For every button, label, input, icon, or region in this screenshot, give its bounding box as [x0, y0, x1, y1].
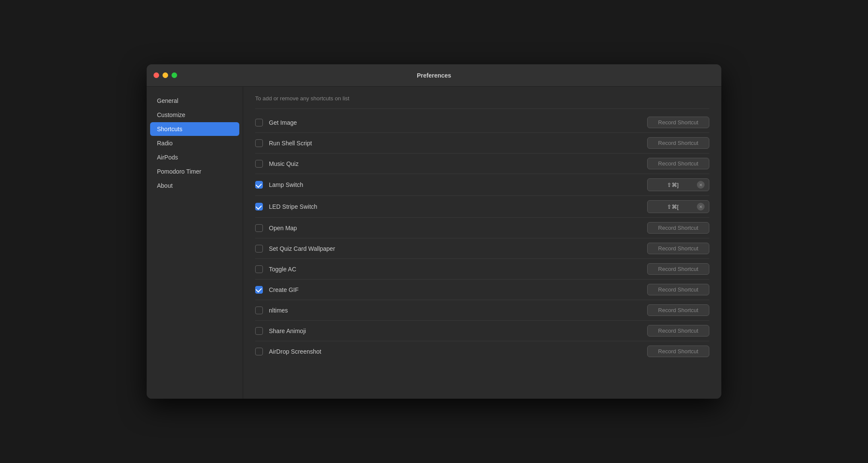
shortcut-row: Open MapRecord Shortcut [255, 218, 709, 238]
checkbox-nltimes[interactable] [255, 307, 263, 314]
record-shortcut-button-airdrop-screenshot[interactable]: Record Shortcut [647, 346, 709, 357]
preferences-window: Preferences GeneralCustomizeShortcutsRad… [147, 64, 721, 399]
shortcut-row: Get ImageRecord Shortcut [255, 112, 709, 133]
sidebar-item-radio[interactable]: Radio [150, 136, 239, 150]
record-shortcut-button-share-animoji[interactable]: Record Shortcut [647, 325, 709, 337]
sidebar-item-customize[interactable]: Customize [150, 108, 239, 122]
titlebar: Preferences [147, 64, 721, 87]
record-shortcut-button-open-map[interactable]: Record Shortcut [647, 222, 709, 234]
shortcut-row: Lamp Switch⇧⌘] [255, 174, 709, 196]
shortcut-display-led-stripe-switch[interactable]: ⇧⌘[ [647, 200, 709, 213]
shortcut-display-lamp-switch[interactable]: ⇧⌘] [647, 178, 709, 191]
shortcut-keys-lamp-switch: ⇧⌘] [652, 182, 693, 188]
shortcut-row: Create GIFRecord Shortcut [255, 280, 709, 300]
shortcut-name-run-shell-script: Run Shell Script [269, 140, 641, 147]
shortcut-name-lamp-switch: Lamp Switch [269, 181, 641, 188]
record-shortcut-button-nltimes[interactable]: Record Shortcut [647, 304, 709, 316]
checkbox-run-shell-script[interactable] [255, 139, 263, 147]
shortcut-row: Music QuizRecord Shortcut [255, 153, 709, 174]
checkbox-get-image[interactable] [255, 119, 263, 126]
shortcut-row: Toggle ACRecord Shortcut [255, 259, 709, 280]
checkbox-create-gif[interactable] [255, 286, 263, 294]
clear-shortcut-button-led-stripe-switch[interactable] [697, 203, 705, 210]
checkbox-music-quiz[interactable] [255, 160, 263, 168]
sidebar-item-general[interactable]: General [150, 94, 239, 108]
checkbox-lamp-switch[interactable] [255, 181, 263, 189]
record-shortcut-button-run-shell-script[interactable]: Record Shortcut [647, 137, 709, 149]
shortcut-keys-led-stripe-switch: ⇧⌘[ [652, 204, 693, 210]
sidebar: GeneralCustomizeShortcutsRadioAirPodsPom… [147, 87, 243, 399]
divider [255, 108, 709, 109]
shortcut-name-led-stripe-switch: LED Stripe Switch [269, 203, 641, 210]
shortcut-name-create-gif: Create GIF [269, 286, 641, 293]
record-shortcut-button-create-gif[interactable]: Record Shortcut [647, 284, 709, 295]
shortcut-name-open-map: Open Map [269, 225, 641, 232]
checkbox-led-stripe-switch[interactable] [255, 203, 263, 210]
shortcut-name-share-animoji: Share Animoji [269, 328, 641, 334]
main-panel: To add or remove any shortcuts on list G… [243, 87, 721, 399]
close-button[interactable] [154, 72, 159, 78]
shortcut-name-get-image: Get Image [269, 119, 641, 126]
sidebar-item-airpods[interactable]: AirPods [150, 150, 239, 164]
content-area: GeneralCustomizeShortcutsRadioAirPodsPom… [147, 87, 721, 399]
checkbox-toggle-ac[interactable] [255, 265, 263, 273]
record-shortcut-button-music-quiz[interactable]: Record Shortcut [647, 158, 709, 169]
clear-shortcut-button-lamp-switch[interactable] [697, 181, 705, 189]
shortcut-row: AirDrop ScreenshotRecord Shortcut [255, 341, 709, 361]
maximize-button[interactable] [172, 72, 177, 78]
record-shortcut-button-set-quiz-card-wallpaper[interactable]: Record Shortcut [647, 243, 709, 254]
record-shortcut-button-get-image[interactable]: Record Shortcut [647, 117, 709, 128]
sidebar-item-pomodoro[interactable]: Pomodoro Timer [150, 165, 239, 178]
minimize-button[interactable] [163, 72, 168, 78]
shortcut-name-set-quiz-card-wallpaper: Set Quiz Card Wallpaper [269, 245, 641, 252]
shortcut-row: Run Shell ScriptRecord Shortcut [255, 133, 709, 153]
window-title: Preferences [417, 72, 451, 79]
sidebar-item-about[interactable]: About [150, 179, 239, 192]
checkbox-set-quiz-card-wallpaper[interactable] [255, 245, 263, 253]
shortcut-row: Set Quiz Card WallpaperRecord Shortcut [255, 238, 709, 259]
checkbox-airdrop-screenshot[interactable] [255, 348, 263, 355]
shortcut-name-nltimes: nltimes [269, 307, 641, 314]
shortcut-row: Share AnimojiRecord Shortcut [255, 321, 709, 341]
window-controls [154, 72, 177, 78]
shortcut-name-music-quiz: Music Quiz [269, 160, 641, 167]
checkbox-share-animoji[interactable] [255, 327, 263, 335]
shortcut-name-airdrop-screenshot: AirDrop Screenshot [269, 348, 641, 355]
checkbox-open-map[interactable] [255, 224, 263, 232]
sidebar-item-shortcuts[interactable]: Shortcuts [150, 122, 239, 136]
record-shortcut-button-toggle-ac[interactable]: Record Shortcut [647, 263, 709, 275]
shortcut-row: LED Stripe Switch⇧⌘[ [255, 196, 709, 218]
shortcut-row: nltimesRecord Shortcut [255, 300, 709, 321]
shortcut-name-toggle-ac: Toggle AC [269, 266, 641, 273]
hint-text: To add or remove any shortcuts on list [255, 95, 709, 102]
